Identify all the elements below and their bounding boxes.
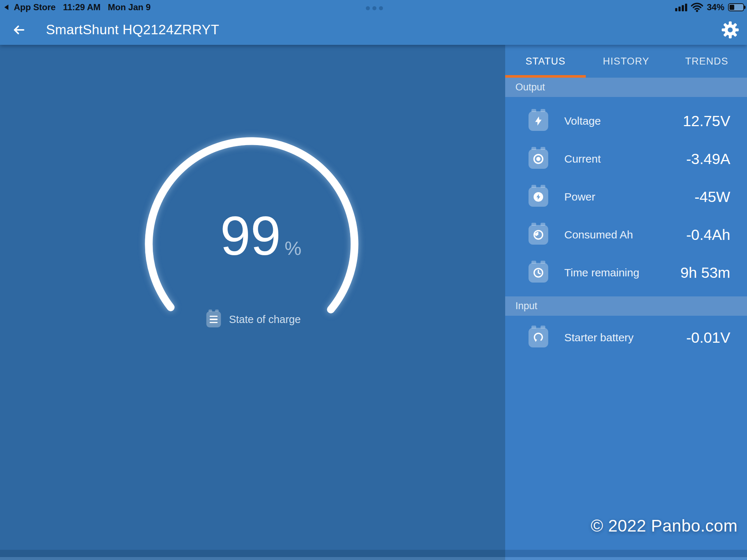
app-header: App Store 11:29 AM Mon Jan 9 34%: [0, 0, 747, 45]
soc-caption-label: State of charge: [229, 314, 301, 326]
row-label: Starter battery: [564, 331, 634, 344]
nav-bar: SmartShunt HQ2124ZRRYT: [0, 15, 747, 45]
section-header-input: Input: [505, 296, 747, 316]
battery-voltage-icon: [529, 111, 548, 131]
battery-icon: [728, 3, 744, 11]
row-consumed-ah: Consumed Ah -0.4Ah: [505, 216, 747, 254]
row-value: -0.4Ah: [686, 226, 730, 244]
soc-percent-unit: %: [285, 237, 301, 259]
gear-icon: [721, 21, 739, 39]
back-button[interactable]: [9, 23, 26, 37]
row-value: 9h 53m: [680, 264, 730, 281]
gauge-value: 99 %: [220, 209, 301, 263]
row-label: Power: [564, 191, 595, 203]
bottom-edge-highlight: [0, 557, 747, 560]
status-indicators: 34%: [675, 0, 744, 15]
row-voltage: Voltage 12.75V: [505, 102, 747, 140]
page-title: SmartShunt HQ2124ZRRYT: [46, 22, 219, 38]
settings-button[interactable]: [721, 21, 739, 39]
soc-caption: State of charge: [206, 311, 301, 327]
section-header-output: Output: [505, 78, 747, 97]
multitasking-dots-icon: [366, 6, 383, 10]
readings-panel: STATUS HISTORY TRENDS Output Voltage 12.…: [505, 45, 747, 560]
tab-trends[interactable]: TRENDS: [666, 45, 747, 78]
output-rows: Voltage 12.75V Current -3.49A Power: [505, 97, 747, 292]
starter-battery-icon: [529, 328, 548, 347]
row-current: Current -3.49A: [505, 140, 747, 178]
row-label: Time remaining: [564, 267, 639, 279]
row-value: -45W: [694, 188, 730, 206]
status-date: Mon Jan 9: [108, 2, 151, 12]
soc-percent-value: 99: [220, 209, 281, 263]
panel-tabs: STATUS HISTORY TRENDS: [505, 45, 747, 78]
battery-time-icon: [529, 263, 548, 283]
battery-power-icon: [529, 187, 548, 207]
input-rows: Starter battery -0.01V: [505, 316, 747, 359]
battery-list-icon: [206, 311, 221, 327]
battery-current-icon: [529, 149, 548, 169]
back-to-app-label: App Store: [14, 2, 56, 12]
tab-history[interactable]: HISTORY: [586, 45, 666, 78]
cellular-signal-icon: [675, 3, 687, 11]
wifi-icon: [691, 3, 703, 12]
row-starter-battery: Starter battery -0.01V: [505, 319, 747, 357]
battery-percent-label: 34%: [707, 2, 724, 12]
bottom-edge-shade: [0, 550, 747, 557]
active-tab-indicator: [505, 75, 586, 78]
row-value: -3.49A: [686, 151, 730, 168]
spacer: [505, 292, 747, 296]
back-to-app-button[interactable]: App Store 11:29 AM Mon Jan 9: [4, 2, 151, 12]
gauge-arc: [0, 45, 505, 560]
row-value: -0.01V: [686, 329, 730, 346]
back-triangle-icon: [4, 4, 9, 11]
row-power: Power -45W: [505, 178, 747, 216]
row-label: Voltage: [564, 115, 601, 127]
tab-status[interactable]: STATUS: [505, 45, 586, 78]
battery-consumed-icon: [529, 225, 548, 245]
status-bar: App Store 11:29 AM Mon Jan 9 34%: [0, 0, 747, 15]
row-label: Current: [564, 153, 601, 165]
row-label: Consumed Ah: [564, 229, 633, 241]
row-time-remaining: Time remaining 9h 53m: [505, 254, 747, 292]
watermark: © 2022 Panbo.com: [591, 516, 738, 536]
row-value: 12.75V: [683, 113, 730, 130]
state-of-charge-gauge: 99 % State of charge: [0, 45, 505, 560]
status-time: 11:29 AM: [63, 2, 101, 12]
